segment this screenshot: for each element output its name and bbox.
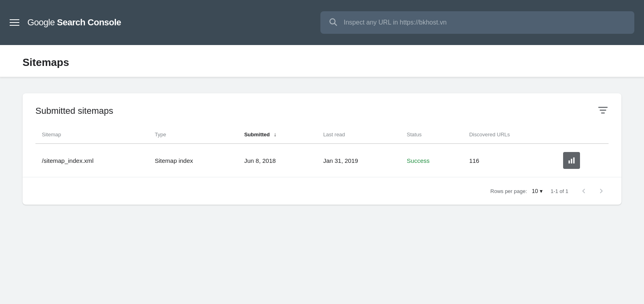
table-body: /sitemap_index.xml Sitemap index Jun 8, … <box>35 144 609 177</box>
col-type[interactable]: Type <box>148 125 237 144</box>
col-status[interactable]: Status <box>400 125 463 144</box>
pagination-row: Rows per page: 10 ▾ 1-1 of 1 <box>23 177 621 205</box>
rows-select-chevron-icon: ▾ <box>540 188 543 194</box>
rows-per-page-value: 10 <box>532 188 538 194</box>
sitemaps-card: Submitted sitemaps Sitemap <box>23 93 621 205</box>
sort-arrow-icon: ↓ <box>274 131 277 138</box>
hamburger-icon[interactable] <box>10 19 19 26</box>
col-submitted[interactable]: Submitted ↓ <box>238 125 317 144</box>
status-badge: Success <box>407 157 430 164</box>
card-title: Submitted sitemaps <box>35 106 113 116</box>
cell-submitted: Jun 8, 2018 <box>238 144 317 177</box>
next-page-button[interactable] <box>594 184 609 198</box>
page-title: Sitemaps <box>23 56 621 69</box>
rows-per-page-label: Rows per page: <box>490 188 527 194</box>
prev-page-button[interactable] <box>576 184 591 198</box>
sitemaps-table: Sitemap Type Submitted ↓ Last read <box>35 125 609 177</box>
filter-icon[interactable] <box>597 105 609 117</box>
col-actions <box>557 125 609 144</box>
svg-rect-6 <box>571 159 572 164</box>
table-wrapper: Sitemap Type Submitted ↓ Last read <box>23 125 621 177</box>
cell-chart-action <box>557 144 609 177</box>
logo-prefix: Google <box>27 17 57 27</box>
page-nav <box>576 184 609 198</box>
table-header: Sitemap Type Submitted ↓ Last read <box>35 125 609 144</box>
logo: Google Search Console <box>27 17 121 28</box>
cell-status: Success <box>400 144 463 177</box>
cell-sitemap: /sitemap_index.xml <box>35 144 148 177</box>
page-info: 1-1 of 1 <box>551 188 568 194</box>
header: Google Search Console <box>0 0 644 45</box>
cell-discovered-urls: 116 <box>463 144 557 177</box>
page-title-area: Sitemaps <box>0 45 644 77</box>
cell-type: Sitemap index <box>148 144 237 177</box>
bar-chart-button[interactable] <box>563 152 580 169</box>
search-input[interactable] <box>344 19 626 26</box>
table-row: /sitemap_index.xml Sitemap index Jun 8, … <box>35 144 609 177</box>
search-icon <box>328 17 337 28</box>
card-header: Submitted sitemaps <box>23 93 621 125</box>
search-bar[interactable] <box>320 11 634 34</box>
col-discovered-urls[interactable]: Discovered URLs <box>463 125 557 144</box>
rows-per-page-select[interactable]: 10 ▾ <box>532 188 543 194</box>
svg-rect-7 <box>573 158 574 164</box>
cell-last-read: Jan 31, 2019 <box>317 144 400 177</box>
svg-line-1 <box>334 23 336 25</box>
logo-suffix: Search Console <box>57 17 121 27</box>
rows-per-page: Rows per page: 10 ▾ <box>490 188 543 194</box>
header-left: Google Search Console <box>10 17 121 28</box>
main-content: Submitted sitemaps Sitemap <box>0 77 644 221</box>
col-last-read[interactable]: Last read <box>317 125 400 144</box>
svg-rect-5 <box>568 160 570 164</box>
col-sitemap[interactable]: Sitemap <box>35 125 148 144</box>
